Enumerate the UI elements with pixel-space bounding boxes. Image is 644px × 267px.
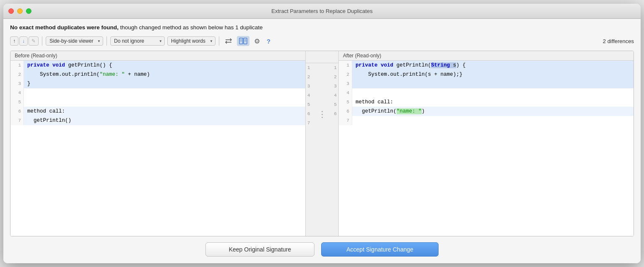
highlight-select-wrapper[interactable]: Highlight words Highlight lines (167, 36, 216, 46)
content-area: No exact method duplicates were found, t… (3, 19, 641, 236)
before-body[interactable]: 1 private void getPrintln() { 2 System.o… (10, 61, 305, 236)
line-number: 7 (10, 116, 24, 125)
next-diff-button[interactable]: ↓ (19, 36, 28, 46)
before-panel: Before (Read-only) 1 private void getPri… (10, 51, 305, 236)
help-icon: ? (267, 38, 270, 45)
footer: Keep Original Signature Accept Signature… (3, 236, 641, 263)
separator-3 (219, 36, 219, 46)
sync-button[interactable] (223, 36, 234, 46)
after-panel: After (Read-only) 1 private void getPrin… (339, 51, 634, 236)
columns-icon (239, 37, 247, 45)
line-content (352, 79, 634, 88)
line-content: getPrintln() (24, 116, 305, 125)
line-content: method call: (24, 107, 305, 116)
down-arrow-icon: ↓ (22, 38, 25, 44)
main-window: Extract Parameters to Replace Duplicates… (3, 4, 641, 263)
line-content: private void getPrintln() { (24, 61, 305, 70)
line-number: 6 (339, 107, 352, 116)
gutter-line: 55 (306, 100, 338, 109)
line-number: 3 (10, 79, 24, 88)
table-row: 5 (10, 98, 305, 107)
line-number: 2 (10, 70, 24, 79)
highlight-select[interactable]: Highlight words Highlight lines (167, 36, 216, 46)
columns-button[interactable] (237, 36, 249, 46)
edit-button[interactable]: ✎ (29, 36, 39, 46)
after-body[interactable]: 1 private void getPrintln(String s) { 2 … (339, 61, 634, 236)
diff-container: Before (Read-only) 1 private void getPri… (10, 51, 634, 236)
table-row: 6 getPrintln("name: ") (339, 107, 634, 116)
message-rest: though changed method as shown below has… (120, 24, 263, 31)
gutter-line: 22 (306, 72, 338, 82)
table-row: 1 private void getPrintln(String s) { (339, 61, 634, 70)
line-content: System.out.println("name: " + name) (24, 70, 305, 79)
message-bar: No exact method duplicates were found, t… (10, 24, 634, 32)
nav-arrows: ↑ ↓ ✎ (10, 36, 39, 46)
line-number: 3 (339, 79, 352, 88)
ignore-select-wrapper[interactable]: Do not ignore Ignore whitespace (110, 36, 165, 46)
gutter-line: 11 (306, 63, 338, 72)
separator-1 (42, 36, 42, 46)
message-bold: No exact method duplicates were found, (10, 24, 119, 31)
prev-diff-button[interactable]: ↑ (10, 36, 18, 46)
table-row: 6 method call: (10, 107, 305, 116)
line-content (352, 88, 634, 98)
edit-icon: ✎ (31, 38, 36, 44)
table-row: 4 (339, 88, 634, 98)
separator-2 (106, 36, 107, 46)
table-row: 1 private void getPrintln() { (10, 61, 305, 70)
line-number: 6 (10, 107, 24, 116)
settings-button[interactable]: ⚙ (252, 36, 262, 46)
line-number: 4 (10, 88, 24, 98)
toolbar: ↑ ↓ ✎ Side-by-side viewer Unified viewer (10, 36, 634, 46)
ignore-select[interactable]: Do not ignore Ignore whitespace (110, 36, 165, 46)
line-number: 2 (339, 70, 352, 79)
viewer-select-wrapper[interactable]: Side-by-side viewer Unified viewer (46, 36, 103, 46)
line-content: System.out.println(s + name);} (352, 70, 634, 79)
line-content: getPrintln("name: ") (352, 107, 634, 116)
line-number: 5 (339, 98, 352, 107)
table-row: 4 (10, 88, 305, 98)
up-arrow-icon: ↑ (13, 38, 16, 44)
table-row: 3 (339, 79, 634, 88)
table-row: 7 (339, 116, 634, 125)
line-content (24, 88, 305, 98)
before-header: Before (Read-only) (10, 51, 305, 61)
keep-original-button[interactable]: Keep Original Signature (205, 242, 314, 257)
line-content: } (24, 79, 305, 88)
line-content (352, 116, 634, 125)
gutter-line: 7 (306, 118, 338, 128)
titlebar: Extract Parameters to Replace Duplicates (3, 4, 641, 19)
gear-icon: ⚙ (254, 37, 260, 45)
line-number: 1 (10, 61, 24, 70)
close-button[interactable] (8, 8, 14, 14)
differences-count: 2 differences (603, 38, 634, 44)
minimize-button[interactable] (17, 8, 23, 14)
table-row: 3 } (10, 79, 305, 88)
table-row: 5 method call: (339, 98, 634, 107)
gutter-line: 33 (306, 82, 338, 91)
gutter-dots (317, 110, 327, 119)
after-header: After (Read-only) (339, 51, 634, 61)
gutter-body: 11 22 33 44 55 6 6 7 (306, 63, 338, 236)
traffic-lights (8, 8, 31, 14)
maximize-button[interactable] (26, 8, 31, 14)
gutter-line: 6 6 (306, 109, 338, 118)
viewer-select[interactable]: Side-by-side viewer Unified viewer (46, 36, 103, 46)
line-content (24, 98, 305, 107)
window-title: Extract Parameters to Replace Duplicates (3, 8, 641, 14)
gutter-nums: 11 22 33 44 55 6 6 7 (306, 63, 338, 128)
diff-gutter: 11 22 33 44 55 6 6 7 (305, 51, 339, 236)
line-content: method call: (352, 98, 634, 107)
gutter-header (306, 51, 338, 63)
line-number: 4 (339, 88, 352, 98)
accept-change-button[interactable]: Accept Signature Change (321, 242, 439, 257)
table-row: 7 getPrintln() (10, 116, 305, 125)
line-number: 7 (339, 116, 352, 125)
line-number: 5 (10, 98, 24, 107)
line-content: private void getPrintln(String s) { (352, 61, 634, 70)
sync-icon (225, 37, 232, 45)
table-row: 2 System.out.println(s + name);} (339, 70, 634, 79)
gutter-line: 44 (306, 91, 338, 100)
help-button[interactable]: ? (265, 36, 273, 46)
line-number: 1 (339, 61, 352, 70)
